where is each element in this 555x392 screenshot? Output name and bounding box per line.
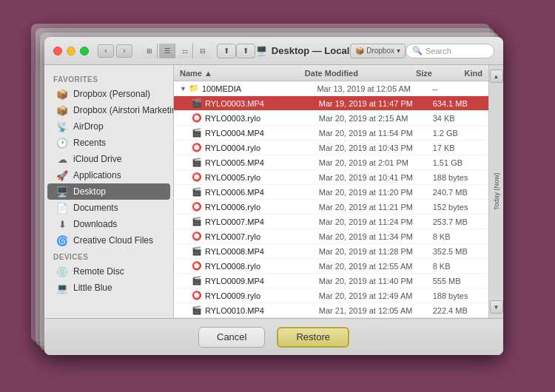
column-name-header[interactable]: Name ▲ bbox=[180, 69, 305, 78]
sidebar-item-airdrop[interactable]: 📡 AirDrop bbox=[47, 118, 170, 135]
disclosure-triangle: ▼ bbox=[180, 85, 186, 92]
sidebar-item-desktop[interactable]: 🖥️ Desktop bbox=[47, 183, 170, 200]
table-row[interactable]: 🎬 RYLO0008.MP4 Mar 20, 2019 at 11:28 PM … bbox=[174, 244, 488, 259]
rylo-icon: ⭕ bbox=[192, 113, 202, 124]
table-row[interactable]: 🎬 RYLO0009.MP4 Mar 20, 2019 at 11:40 PM … bbox=[174, 274, 488, 288]
file-name: RYLO0005.MP4 bbox=[205, 158, 319, 167]
table-row[interactable]: ⭕ RYLO0006.rylo Mar 20, 2019 at 11:21 PM… bbox=[174, 200, 488, 214]
sidebar-little-blue-label: Little Blue bbox=[73, 283, 112, 293]
file-date: Mar 20, 2019 at 11:28 PM bbox=[319, 247, 433, 256]
column-kind-header[interactable]: Kind bbox=[465, 69, 482, 78]
sidebar-item-creative-cloud[interactable]: 🌀 Creative Cloud Files bbox=[47, 232, 170, 249]
file-size: 1.2 GB bbox=[433, 129, 482, 138]
dropbox-airstori-icon: 📦 bbox=[56, 104, 68, 116]
file-date: Mar 13, 2019 at 12:05 AM bbox=[317, 84, 432, 93]
column-headers: Name ▲ Date Modified Size Kind bbox=[174, 65, 488, 81]
table-row[interactable]: ⭕ RYLO0003.rylo Mar 20, 2019 at 2:15 AM … bbox=[174, 111, 488, 126]
table-row[interactable]: ⭕ RYLO0004.rylo Mar 20, 2019 at 10:43 PM… bbox=[174, 141, 488, 155]
nav-buttons: ‹ › bbox=[98, 44, 132, 58]
sidebar-item-downloads[interactable]: ⬇ Downloads bbox=[47, 216, 170, 232]
little-blue-icon: 💻 bbox=[56, 282, 68, 294]
scroll-up-button[interactable]: ▲ bbox=[490, 70, 503, 83]
table-row[interactable]: ⭕ RYLO0005.rylo Mar 20, 2019 at 10:41 PM… bbox=[174, 170, 488, 185]
video-icon: 🎬 bbox=[192, 98, 202, 109]
sidebar-icloud-label: iCloud Drive bbox=[73, 154, 121, 164]
file-size: 555 MB bbox=[433, 277, 482, 285]
bottom-bar: Cancel Restore bbox=[44, 318, 503, 355]
sidebar-item-applications[interactable]: 🚀 Applications bbox=[47, 167, 170, 183]
sidebar-item-icloud[interactable]: ☁ iCloud Drive bbox=[47, 151, 170, 167]
sidebar-dropbox-airstori-label: Dropbox (Airstori Marketing) bbox=[73, 105, 174, 115]
sidebar-item-little-blue[interactable]: 💻 Little Blue bbox=[47, 280, 170, 296]
file-name: RYLO0006.MP4 bbox=[205, 188, 319, 197]
column-size-header[interactable]: Size bbox=[416, 69, 465, 78]
file-date: Mar 19, 2019 at 11:47 PM bbox=[319, 99, 433, 108]
video-icon: 🎬 bbox=[192, 128, 202, 138]
table-row[interactable]: 🎬 RYLO0010.MP4 Mar 21, 2019 at 12:05 AM … bbox=[174, 303, 488, 318]
close-button[interactable] bbox=[53, 47, 62, 55]
table-row[interactable]: 🎬 RYLO0003.MP4 Mar 19, 2019 at 11:47 PM … bbox=[174, 96, 488, 111]
sidebar-dropbox-personal-label: Dropbox (Personal) bbox=[73, 89, 150, 99]
table-row[interactable]: 🎬 RYLO0004.MP4 Mar 20, 2019 at 11:54 PM … bbox=[174, 126, 488, 141]
file-size: 634.1 MB bbox=[433, 99, 482, 108]
view-list-btn[interactable]: ☰ bbox=[159, 44, 175, 58]
title-center: 🖥️ Desktop — Local bbox=[255, 45, 350, 56]
table-row[interactable]: ⭕ RYLO0009.rylo Mar 20, 2019 at 12:49 AM… bbox=[174, 288, 488, 303]
sidebar-item-documents[interactable]: 📄 Documents bbox=[47, 200, 170, 216]
forward-button[interactable]: › bbox=[116, 44, 132, 58]
applications-icon: 🚀 bbox=[56, 169, 68, 181]
cancel-button[interactable]: Cancel bbox=[198, 327, 265, 348]
table-row[interactable]: 🎬 RYLO0007.MP4 Mar 20, 2019 at 11:24 PM … bbox=[174, 214, 488, 229]
file-date: Mar 20, 2019 at 12:49 AM bbox=[319, 291, 433, 300]
table-row[interactable]: ▼ 📁 100MEDIA Mar 13, 2019 at 12:05 AM --… bbox=[174, 81, 488, 96]
dropbox-chevron-icon: ▾ bbox=[397, 47, 400, 55]
view-gallery-btn[interactable]: ⊟ bbox=[195, 44, 211, 58]
sidebar-recents-label: Recents bbox=[73, 138, 106, 148]
file-date: Mar 20, 2019 at 2:01 PM bbox=[319, 158, 433, 167]
file-size: 17 KB bbox=[433, 143, 482, 152]
view-icon-btn[interactable]: ⊞ bbox=[141, 44, 158, 58]
rylo-icon: ⭕ bbox=[192, 143, 202, 153]
file-size: 8 KB bbox=[433, 262, 482, 271]
search-icon: 🔍 bbox=[412, 46, 423, 55]
view-column-btn[interactable]: ⚏ bbox=[177, 44, 193, 58]
table-row[interactable]: 🎬 RYLO0006.MP4 Mar 20, 2019 at 11:20 PM … bbox=[174, 185, 488, 200]
file-size: 253.7 MB bbox=[433, 217, 482, 226]
action-button-2[interactable]: ⬆ bbox=[236, 44, 255, 58]
file-date: Mar 20, 2019 at 11:20 PM bbox=[319, 188, 433, 197]
dropbox-personal-icon: 📦 bbox=[56, 88, 68, 100]
sidebar-documents-label: Documents bbox=[73, 203, 118, 213]
file-size: 188 bytes bbox=[433, 173, 482, 182]
maximize-button[interactable] bbox=[80, 47, 89, 55]
file-date: Mar 20, 2019 at 11:24 PM bbox=[319, 217, 433, 226]
file-name: RYLO0009.MP4 bbox=[205, 277, 319, 285]
sidebar-remote-disc-label: Remote Disc bbox=[73, 266, 124, 277]
table-row[interactable]: 🎬 RYLO0005.MP4 Mar 20, 2019 at 2:01 PM 1… bbox=[174, 155, 488, 170]
file-area-wrapper: Name ▲ Date Modified Size Kind bbox=[174, 65, 503, 318]
file-area: Name ▲ Date Modified Size Kind bbox=[174, 65, 488, 318]
minimize-button[interactable] bbox=[67, 47, 75, 55]
file-name: RYLO0003.MP4 bbox=[205, 99, 319, 108]
dropbox-button[interactable]: 📦 Dropbox ▾ bbox=[350, 44, 406, 58]
file-date: Mar 20, 2019 at 10:41 PM bbox=[319, 173, 433, 182]
sidebar-item-recents[interactable]: 🕐 Recents bbox=[47, 135, 170, 151]
restore-button[interactable]: Restore bbox=[277, 327, 349, 348]
table-row[interactable]: ⭕ RYLO0007.rylo Mar 20, 2019 at 11:34 PM… bbox=[174, 229, 488, 244]
scroll-down-button[interactable]: ▼ bbox=[490, 300, 503, 314]
action-button-1[interactable]: ⬆ bbox=[217, 44, 236, 58]
rylo-icon: ⭕ bbox=[192, 232, 202, 242]
column-date-header[interactable]: Date Modified bbox=[305, 69, 416, 78]
sidebar-airdrop-label: AirDrop bbox=[73, 121, 104, 132]
sidebar-desktop-label: Desktop bbox=[73, 186, 106, 197]
sidebar-item-remote-disc[interactable]: 💿 Remote Disc bbox=[47, 263, 170, 280]
video-icon: 🎬 bbox=[192, 217, 202, 227]
sidebar-item-dropbox-airstori[interactable]: 📦 Dropbox (Airstori Marketing) bbox=[47, 102, 170, 118]
back-button[interactable]: ‹ bbox=[98, 44, 114, 58]
search-box[interactable]: 🔍 Search bbox=[406, 44, 494, 58]
sidebar-item-dropbox-personal[interactable]: 📦 Dropbox (Personal) bbox=[47, 86, 170, 102]
file-name: RYLO0003.rylo bbox=[205, 114, 319, 123]
file-size: 152 bytes bbox=[433, 203, 482, 212]
finder-window: ‹ › ⊞ ☰ ⚏ ⊟ ⬆ ⬆ 🖥️ Desktop — Local 📦 Dro… bbox=[44, 37, 503, 355]
airdrop-icon: 📡 bbox=[56, 121, 68, 132]
table-row[interactable]: ⭕ RYLO0008.rylo Mar 20, 2019 at 12:55 AM… bbox=[174, 259, 488, 274]
